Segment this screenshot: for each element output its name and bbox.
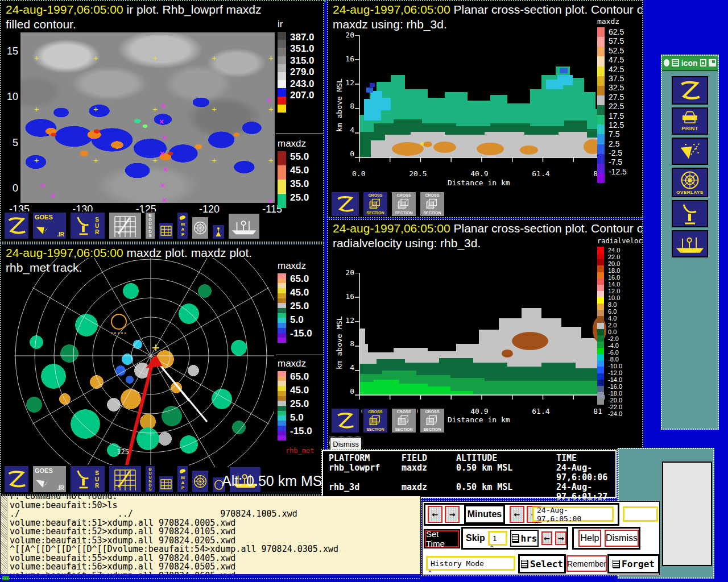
cross-section-button[interactable]: CROSS SECTION xyxy=(419,408,445,434)
ship-track-marker xyxy=(50,192,56,199)
icons-window-titlebar[interactable]: icon xyxy=(662,56,718,71)
overlays-button[interactable]: OVERLAYS xyxy=(672,168,708,197)
print-button[interactable]: PRINT xyxy=(672,107,708,135)
set-time-button[interactable]: Set Time xyxy=(425,530,459,547)
sur-label: SUR xyxy=(94,217,100,235)
radar-ppi-display[interactable] xyxy=(1,258,274,467)
minutes-units-button[interactable]: Minutes xyxy=(464,505,505,524)
goes-ir-button[interactable]: GOES .IR xyxy=(32,211,67,240)
cross-section-button[interactable]: CROSS SECTION xyxy=(419,191,445,217)
window-menu-icon[interactable] xyxy=(672,59,679,66)
zebra-menu-button[interactable] xyxy=(3,465,30,493)
goes-ir-button[interactable]: GOES .IR xyxy=(32,465,67,493)
forget-menu-button[interactable]: Forget xyxy=(607,554,660,573)
x-tick-label: 20.5 xyxy=(409,169,427,178)
radar-grid-button[interactable] xyxy=(108,211,142,240)
skip-value-field[interactable]: 1 xyxy=(488,531,508,546)
colorbar-segment xyxy=(597,329,604,335)
colorbar-label: 32.5 xyxy=(609,83,627,92)
grid-small-button[interactable] xyxy=(158,222,174,240)
colorbar-label: 37.5 xyxy=(609,74,627,83)
xsec-maxdz-y-ticks: 201612840 xyxy=(344,31,354,158)
colorbar-label: -4.0 xyxy=(608,342,622,349)
step-back-button[interactable]: ← xyxy=(428,506,442,523)
skip-units-menu-button[interactable]: hrs xyxy=(510,530,538,547)
ir-toolbar: GOES .IR SUR BOUNDS MAP xyxy=(3,211,260,240)
window-focus-icon[interactable] xyxy=(700,59,706,66)
skip-forward-button[interactable]: → xyxy=(555,531,566,545)
satellite-button[interactable] xyxy=(672,138,708,165)
buoy-button[interactable] xyxy=(212,224,225,240)
colorbar-segment xyxy=(597,154,605,164)
map-button[interactable]: MAP xyxy=(176,465,189,493)
time-cell: 24-Aug-97,6:00:06 xyxy=(556,463,615,483)
grid-icon xyxy=(160,479,172,489)
terminal-line: volume:beaufait:56>xdump.all 970824.0505… xyxy=(10,562,420,571)
zebra-main-button[interactable] xyxy=(672,76,708,105)
ship-button[interactable] xyxy=(228,213,260,240)
sur-radar-button[interactable]: SUR xyxy=(69,465,106,493)
cross-section-button[interactable]: CROSS SECTION xyxy=(391,191,417,217)
map-button[interactable]: MAP xyxy=(176,211,189,240)
radar-grid-button[interactable] xyxy=(108,465,142,493)
xsec-maxdz-plot[interactable] xyxy=(354,35,607,165)
limits-dismiss-button[interactable]: Dismiss xyxy=(330,437,362,451)
colorbar-title: maxdz xyxy=(278,260,312,272)
window-iconify-icon[interactable] xyxy=(664,59,669,66)
sur-label: SUR xyxy=(94,470,100,489)
colorbar-segment xyxy=(278,56,286,64)
y-tick-label: 0 xyxy=(350,149,354,158)
zebra-menu-button[interactable] xyxy=(330,408,360,434)
minutes-back-button[interactable]: ← xyxy=(510,506,524,523)
remember-button[interactable]: Remember xyxy=(566,555,607,572)
cross-section-button-active[interactable]: CROSS SECTION xyxy=(362,408,388,434)
terminal-line: ^[[A^[[D^[[D^[[D^[[Dvolume:beaufait:54>x… xyxy=(10,544,420,553)
colorbar-bar xyxy=(278,151,286,208)
platform-cell: rhb_lowprf xyxy=(329,463,402,483)
overlays-scope-button[interactable] xyxy=(191,469,209,493)
bounds-button[interactable]: BOUNDS xyxy=(144,211,156,240)
colorbar-segment xyxy=(278,288,286,293)
time-entry-field[interactable]: 24-Aug-97,6:05:00 xyxy=(532,506,614,522)
cross-section-button[interactable]: CROSS SECTION xyxy=(391,408,417,434)
terminal-line: volume:beaufait:57>xdump.all 970824.0605… xyxy=(10,571,420,576)
colorbar-segment xyxy=(597,386,604,392)
overlays-scope-button[interactable] xyxy=(191,216,209,240)
dismiss-button[interactable]: Dismiss xyxy=(605,530,639,547)
window-radar-plot: 24-aug-1997,06:05:00 maxdz plot. maxdz p… xyxy=(0,243,324,496)
select-menu-button[interactable]: Select xyxy=(518,554,566,573)
zebra-z-icon xyxy=(677,78,702,102)
terminal-window[interactable]: r: Command not found.volume:beaufait:50>… xyxy=(0,496,421,576)
ship-platform-button[interactable] xyxy=(672,230,708,257)
colorbar-segment xyxy=(278,97,286,105)
colorbar-title: radialvelocity xyxy=(597,237,643,245)
ir-satellite-image[interactable] xyxy=(20,32,275,203)
icons-window: icon PRINT OVERLAYS xyxy=(661,55,719,430)
window-resize-icon[interactable] xyxy=(709,59,716,66)
xsec-radial-title-time: 24-aug-1997,06:05:00 xyxy=(333,222,450,235)
colorbar-segment xyxy=(278,180,286,194)
zebra-menu-button[interactable] xyxy=(3,211,30,240)
platform-status-table: PLATFORMFIELDALTITUDETIME rhb_lowprf max… xyxy=(322,450,617,498)
history-mode-field[interactable]: History Mode xyxy=(426,556,515,571)
terminal-scrollbar[interactable] xyxy=(1,496,7,574)
zebra-menu-button[interactable] xyxy=(330,191,360,217)
x-tick-label: 81 xyxy=(593,407,602,415)
xsec-radial-plot[interactable] xyxy=(354,273,607,402)
sur-radar-button[interactable]: SUR xyxy=(69,211,106,240)
skip-frame: Skip 1 hrs ← → xyxy=(461,527,568,550)
colorbar-label: 25.0 xyxy=(290,192,309,203)
section-label: SECTION xyxy=(423,427,441,431)
colorbar-label: -6.0 xyxy=(608,349,622,356)
colorbar-segment xyxy=(278,283,286,288)
grid-small-button[interactable] xyxy=(158,475,174,493)
skip-back-button[interactable]: ← xyxy=(541,531,553,545)
radar-button[interactable] xyxy=(672,200,708,227)
desktop: 24-aug-1997,06:05:00 ir plot. Rhb_lowprf… xyxy=(0,0,728,582)
bounds-button[interactable]: BOUNDS xyxy=(144,465,156,493)
cross-section-button-active[interactable]: CROSS SECTION xyxy=(362,191,388,217)
step-forward-button[interactable]: → xyxy=(445,506,460,523)
radar-title: 24-aug-1997,06:05:00 maxdz plot. maxdz p… xyxy=(6,246,252,260)
help-button[interactable]: Help xyxy=(578,530,601,547)
radar-colorbar-1: maxdz 65.045.025.05.0-15.0 xyxy=(278,260,312,343)
